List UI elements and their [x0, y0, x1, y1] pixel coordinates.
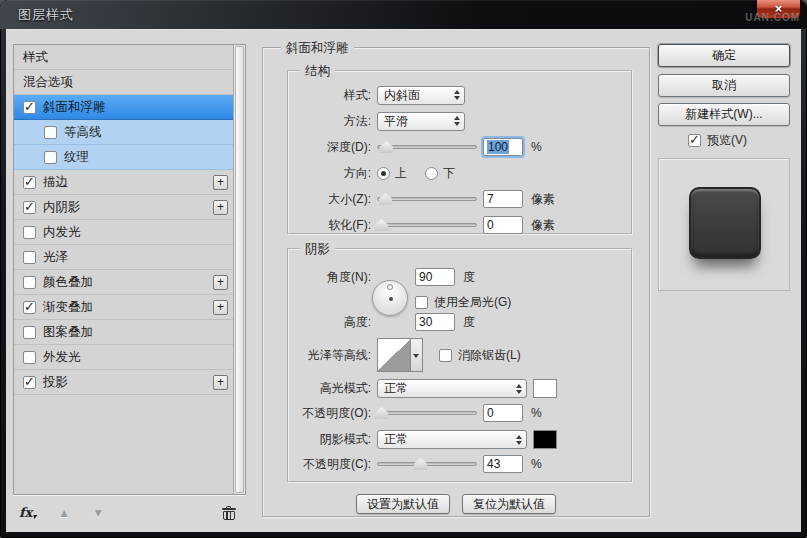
- slider-thumb[interactable]: [380, 141, 393, 153]
- sidebar-item-outer-glow[interactable]: 外发光: [14, 345, 233, 370]
- highlight-opacity-input[interactable]: 0: [483, 404, 523, 422]
- checkbox-unchecked[interactable]: [23, 276, 36, 289]
- shadow-mode-select[interactable]: 正常: [377, 430, 527, 449]
- sidebar-item-color-overlay[interactable]: 颜色叠加 +: [14, 270, 233, 295]
- check-icon: ✓: [24, 199, 35, 214]
- angle-dial[interactable]: [372, 280, 408, 316]
- new-style-button[interactable]: 新建样式(W)...: [658, 103, 790, 126]
- direction-up-radio[interactable]: [377, 167, 390, 180]
- technique-select[interactable]: 平滑: [377, 112, 465, 131]
- preview-label: 预览(V): [707, 132, 747, 149]
- size-input[interactable]: 7: [483, 190, 523, 208]
- angle-input[interactable]: 90: [415, 268, 455, 286]
- sidebar-item-drop-shadow[interactable]: ✓ 投影 +: [14, 370, 233, 395]
- sidebar-item-pattern-overlay[interactable]: 图案叠加: [14, 320, 233, 345]
- watermark-text: UAN.COM: [745, 12, 800, 23]
- checkbox-unchecked[interactable]: [44, 151, 57, 164]
- checkbox-unchecked[interactable]: [23, 251, 36, 264]
- make-default-button[interactable]: 设置为默认值: [356, 494, 450, 514]
- sidebar-item-styles[interactable]: 样式: [14, 45, 233, 70]
- checkbox-unchecked[interactable]: [23, 226, 36, 239]
- use-global-light-checkbox[interactable]: [415, 296, 428, 309]
- add-instance-button[interactable]: +: [213, 200, 228, 215]
- highlight-mode-select[interactable]: 正常: [377, 379, 527, 398]
- delete-effect-button[interactable]: [222, 506, 236, 520]
- slider-thumb[interactable]: [375, 219, 388, 231]
- direction-down-radio[interactable]: [425, 167, 438, 180]
- size-unit: 像素: [531, 191, 555, 208]
- sidebar-item-blending-options[interactable]: 混合选项: [14, 70, 233, 95]
- checkbox-unchecked[interactable]: [23, 351, 36, 364]
- sidebar-item-inner-glow[interactable]: 内发光: [14, 220, 233, 245]
- slider-thumb[interactable]: [414, 458, 427, 470]
- effects-list: 样式 混合选项 ✓ 斜面和浮雕 等高线 纹理 ✓: [13, 44, 246, 495]
- sidebar-item-contour[interactable]: 等高线: [14, 120, 233, 145]
- reset-default-button[interactable]: 复位为默认值: [462, 494, 556, 514]
- shadow-opacity-input[interactable]: 43: [483, 455, 523, 473]
- sidebar-item-label: 光泽: [43, 249, 68, 266]
- structure-group: 结构 样式: 内斜面 方法: 平滑 深度(D):: [287, 70, 632, 234]
- soften-label: 软化(F):: [288, 217, 371, 234]
- checkbox-checked[interactable]: ✓: [23, 101, 36, 114]
- preview-checkbox[interactable]: ✓: [688, 134, 701, 147]
- highlight-opacity-slider[interactable]: [377, 406, 477, 420]
- checkbox-checked[interactable]: ✓: [23, 176, 36, 189]
- shadow-opacity-slider[interactable]: [377, 457, 477, 471]
- shadow-color-swatch[interactable]: [533, 430, 557, 449]
- shading-legend: 阴影: [300, 241, 335, 258]
- contour-thumbnail[interactable]: [377, 338, 411, 372]
- slider-thumb[interactable]: [375, 407, 388, 419]
- shadow-opacity-unit: %: [531, 457, 542, 471]
- anti-alias-checkbox[interactable]: [439, 349, 452, 362]
- add-instance-button[interactable]: +: [213, 275, 228, 290]
- bevel-style-select[interactable]: 内斜面: [377, 86, 465, 105]
- contour-dropdown-button[interactable]: [411, 338, 423, 372]
- checkbox-checked[interactable]: ✓: [23, 201, 36, 214]
- plus-icon: +: [217, 175, 224, 189]
- slider-thumb[interactable]: [379, 193, 392, 205]
- highlight-mode-label: 高光模式:: [288, 380, 371, 397]
- layer-style-dialog: 图层样式 × UAN.COM 样式 混合选项 ✓ 斜面和浮雕: [0, 0, 807, 538]
- cancel-button[interactable]: 取消: [658, 74, 790, 97]
- ok-button[interactable]: 确定: [658, 44, 790, 67]
- highlight-color-swatch[interactable]: [533, 379, 557, 398]
- sidebar-item-gradient-overlay[interactable]: ✓ 渐变叠加 +: [14, 295, 233, 320]
- altitude-input[interactable]: 30: [415, 313, 455, 331]
- add-instance-button[interactable]: +: [213, 375, 228, 390]
- depth-slider[interactable]: [377, 140, 477, 154]
- add-instance-button[interactable]: +: [213, 175, 228, 190]
- caret-down-icon: ▾: [32, 511, 36, 521]
- direction-up-label: 上: [395, 165, 407, 182]
- size-value: 7: [487, 192, 494, 206]
- checkbox-unchecked[interactable]: [23, 326, 36, 339]
- soften-input[interactable]: 0: [483, 216, 523, 234]
- sidebar-item-texture[interactable]: 纹理: [14, 145, 233, 170]
- arrow-down-icon: [413, 354, 419, 358]
- check-icon: ✓: [24, 99, 35, 114]
- sidebar-item-inner-shadow[interactable]: ✓ 内阴影 +: [14, 195, 233, 220]
- depth-input[interactable]: 100: [483, 138, 523, 156]
- move-effect-down-button[interactable]: ▼: [92, 506, 104, 520]
- anti-alias-label: 消除锯齿(L): [458, 347, 521, 364]
- sidebar-scrollbar[interactable]: [233, 45, 245, 494]
- scrollbar-thumb[interactable]: [235, 46, 244, 493]
- style-preview-panel: [658, 158, 790, 291]
- checkbox-checked[interactable]: ✓: [23, 301, 36, 314]
- sidebar-item-label: 渐变叠加: [43, 299, 93, 316]
- sidebar-item-stroke[interactable]: ✓ 描边 +: [14, 170, 233, 195]
- technique-value: 平滑: [384, 113, 408, 130]
- move-effect-up-button[interactable]: ▲: [58, 506, 70, 520]
- shadow-mode-value: 正常: [384, 431, 408, 448]
- soften-slider[interactable]: [377, 218, 477, 232]
- slider-track: [377, 223, 477, 227]
- size-slider[interactable]: [377, 192, 477, 206]
- altitude-value: 30: [419, 315, 432, 329]
- sidebar-item-bevel-emboss[interactable]: ✓ 斜面和浮雕: [14, 95, 233, 120]
- fx-menu-button[interactable]: fx▾: [19, 505, 36, 521]
- checkbox-unchecked[interactable]: [44, 126, 57, 139]
- titlebar[interactable]: 图层样式 × UAN.COM: [0, 0, 807, 29]
- checkbox-checked[interactable]: ✓: [23, 376, 36, 389]
- sidebar-item-satin[interactable]: 光泽: [14, 245, 233, 270]
- gloss-contour-picker[interactable]: [377, 338, 423, 372]
- add-instance-button[interactable]: +: [213, 300, 228, 315]
